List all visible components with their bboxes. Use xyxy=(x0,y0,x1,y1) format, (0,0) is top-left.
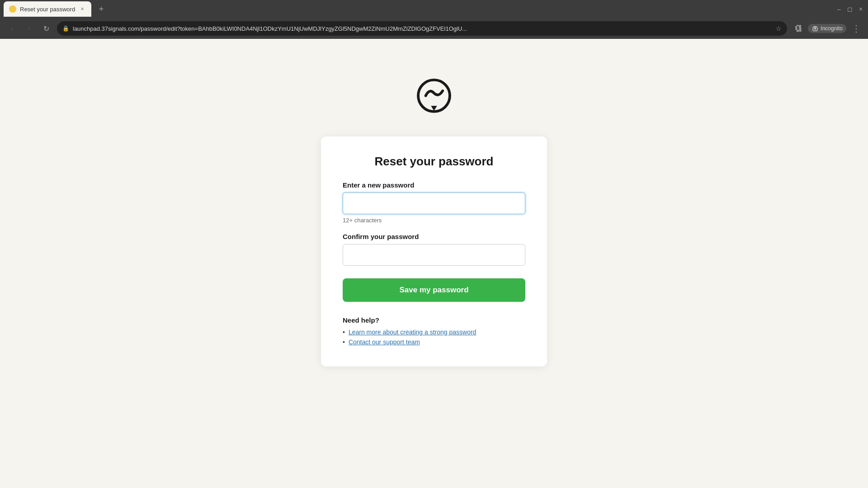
incognito-label: Incognito xyxy=(821,25,843,32)
address-bar-row: ‹ › ↻ 🔒 launchpad.37signals.com/password… xyxy=(0,18,868,39)
maximize-button[interactable]: ◻ xyxy=(846,5,854,13)
svg-point-0 xyxy=(815,28,816,29)
tab-close-button[interactable]: × xyxy=(79,5,86,13)
list-item: Contact our support team xyxy=(343,338,525,346)
logo-area xyxy=(411,75,457,122)
basecamp-logo xyxy=(411,75,457,120)
tab-favicon xyxy=(9,5,16,13)
help-title: Need help? xyxy=(343,316,525,324)
lock-icon: 🔒 xyxy=(62,25,69,32)
new-password-label: Enter a new password xyxy=(343,181,525,189)
new-password-group: Enter a new password 12+ characters xyxy=(343,181,525,224)
close-window-button[interactable]: × xyxy=(857,5,864,13)
minimize-button[interactable]: – xyxy=(835,5,843,13)
help-section: Need help? Learn more about creating a s… xyxy=(343,316,525,346)
password-hint: 12+ characters xyxy=(343,217,525,224)
browser-menu-button[interactable]: ⋮ xyxy=(850,22,863,35)
form-card: Reset your password Enter a new password… xyxy=(321,136,547,366)
confirm-password-label: Confirm your password xyxy=(343,233,525,240)
new-password-input[interactable] xyxy=(343,192,525,214)
reload-button[interactable]: ↻ xyxy=(40,22,52,35)
window-controls: – ◻ × xyxy=(835,5,864,13)
new-tab-button[interactable]: + xyxy=(95,3,108,15)
browser-actions: Incognito ⋮ xyxy=(792,22,863,35)
page-content: Reset your password Enter a new password… xyxy=(0,39,868,488)
title-bar: Reset your password × + – ◻ × xyxy=(0,0,868,18)
forward-button[interactable]: › xyxy=(23,22,35,35)
extensions-button[interactable] xyxy=(792,22,804,35)
bookmark-icon[interactable]: ☆ xyxy=(776,25,782,32)
help-links-list: Learn more about creating a strong passw… xyxy=(343,328,525,346)
url-text: launchpad.37signals.com/password/edit?to… xyxy=(73,25,772,32)
form-title: Reset your password xyxy=(343,155,525,169)
browser-tab[interactable]: Reset your password × xyxy=(4,1,91,17)
incognito-badge: Incognito xyxy=(808,24,846,33)
contact-support-link[interactable]: Contact our support team xyxy=(349,338,420,346)
address-bar[interactable]: 🔒 launchpad.37signals.com/password/edit?… xyxy=(57,21,787,36)
tab-label: Reset your password xyxy=(20,6,75,13)
list-item: Learn more about creating a strong passw… xyxy=(343,328,525,336)
strong-password-link[interactable]: Learn more about creating a strong passw… xyxy=(349,328,476,336)
browser-chrome: Reset your password × + – ◻ × ‹ › ↻ 🔒 la… xyxy=(0,0,868,39)
confirm-password-group: Confirm your password xyxy=(343,233,525,266)
back-button[interactable]: ‹ xyxy=(5,22,18,35)
confirm-password-input[interactable] xyxy=(343,244,525,266)
save-password-button[interactable]: Save my password xyxy=(343,278,525,302)
